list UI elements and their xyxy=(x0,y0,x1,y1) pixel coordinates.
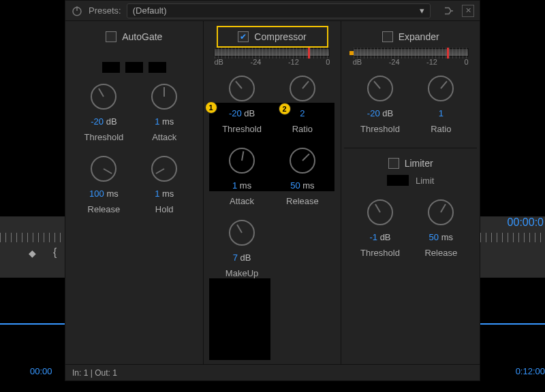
limiter-title: Limiter xyxy=(405,158,433,169)
chevron-down-icon: ▾ xyxy=(420,5,424,16)
compressor-makeup-knob[interactable] xyxy=(229,220,255,246)
timecode-top-right: 00:00:0 xyxy=(508,216,544,229)
limiter-limit-label: Limit xyxy=(416,176,434,186)
annotation-badge-2: 2 xyxy=(279,103,291,115)
limiter-release-knob[interactable] xyxy=(428,199,454,225)
timeline-ticks-right xyxy=(480,233,545,242)
compressor-attack-knob[interactable] xyxy=(229,148,255,174)
compressor-ratio-knob[interactable] xyxy=(290,76,315,101)
preset-dropdown[interactable]: (Default) ▾ xyxy=(127,3,431,18)
expander-threshold-cell: -20 dB Threshold xyxy=(351,69,409,138)
compressor-checkbox[interactable]: ✔ xyxy=(238,31,249,42)
expander-title: Expander xyxy=(399,31,439,42)
expander-threshold-knob[interactable] xyxy=(367,76,393,101)
compressor-threshold-knob[interactable] xyxy=(229,76,255,101)
timecode-bottom-right: 0:12:00 xyxy=(516,366,545,376)
compressor-threshold-cell: -20 dB Threshold xyxy=(213,69,271,138)
panel-bottombar: In: 1 | Out: 1 xyxy=(65,364,480,380)
compressor-release-knob[interactable] xyxy=(290,148,315,174)
autogate-hold-knob[interactable] xyxy=(151,156,177,182)
autogate-threshold-cell: -20 dB Threshold xyxy=(75,77,133,146)
expander-checkbox[interactable] xyxy=(382,31,393,42)
routing-icon[interactable] xyxy=(443,5,455,17)
limiter-graph xyxy=(387,175,409,186)
section-compressor: ✔ Compressor dB -24 -12 0 1 2 -20 dB xyxy=(204,21,342,364)
section-expander: Expander dB -24 -12 0 -20 dB Threshold xyxy=(341,21,480,364)
compressor-attack-cell: 1 ms Attack xyxy=(213,141,271,210)
expander-ratio-knob[interactable] xyxy=(428,76,454,101)
keyframe-diamond-icon: ◆ xyxy=(29,248,36,259)
autogate-hold-cell: 1 ms Hold xyxy=(136,149,193,218)
compressor-release-cell: 50 ms Release xyxy=(273,141,331,210)
expander-gr-meter xyxy=(353,48,469,56)
dynamics-panel: Presets: (Default) ▾ ✕ AutoGate -20 dB xyxy=(65,0,480,381)
compressor-title: Compressor xyxy=(254,31,306,42)
autogate-attack-cell: 1 ms Attack xyxy=(136,77,193,146)
timeline-ticks-left xyxy=(0,233,65,242)
compressor-meter-scale: dB -24 -12 0 xyxy=(214,58,330,66)
autogate-release-knob[interactable] xyxy=(91,156,116,182)
autogate-threshold-knob[interactable] xyxy=(91,84,116,110)
presets-label: Presets: xyxy=(89,5,121,16)
annotation-badge-1: 1 xyxy=(205,101,217,114)
timecode-bottom-left: 00:00 xyxy=(30,366,52,376)
io-status: In: 1 | Out: 1 xyxy=(72,368,117,378)
autogate-title: AutoGate xyxy=(122,31,162,42)
compressor-gr-meter xyxy=(214,48,330,56)
limiter-checkbox[interactable] xyxy=(388,158,399,169)
section-autogate: AutoGate -20 dB Threshold 1 ms Attack 10… xyxy=(65,21,204,364)
limiter-threshold-cell: -1 dB Threshold xyxy=(351,193,409,262)
power-icon[interactable] xyxy=(71,5,83,17)
autogate-attack-knob[interactable] xyxy=(151,84,177,110)
autogate-led-strip xyxy=(102,62,166,73)
limiter-threshold-knob[interactable] xyxy=(367,199,393,225)
autogate-release-cell: 100 ms Release xyxy=(75,149,133,218)
brace-icon: { xyxy=(53,246,57,259)
panel-topbar: Presets: (Default) ▾ ✕ xyxy=(65,1,480,21)
autogate-checkbox[interactable] xyxy=(106,31,116,42)
timeline-bg-left: ◆ { xyxy=(0,216,65,278)
expander-ratio-cell: 1 Ratio xyxy=(412,69,470,138)
sections-row: AutoGate -20 dB Threshold 1 ms Attack 10… xyxy=(65,21,480,364)
limiter-release-cell: 50 ms Release xyxy=(412,193,470,262)
close-icon[interactable]: ✕ xyxy=(462,5,474,17)
expander-meter-scale: dB -24 -12 0 xyxy=(353,58,469,66)
compressor-makeup-cell: 7 dB MakeUp xyxy=(213,213,271,282)
preset-value: (Default) xyxy=(133,5,167,16)
